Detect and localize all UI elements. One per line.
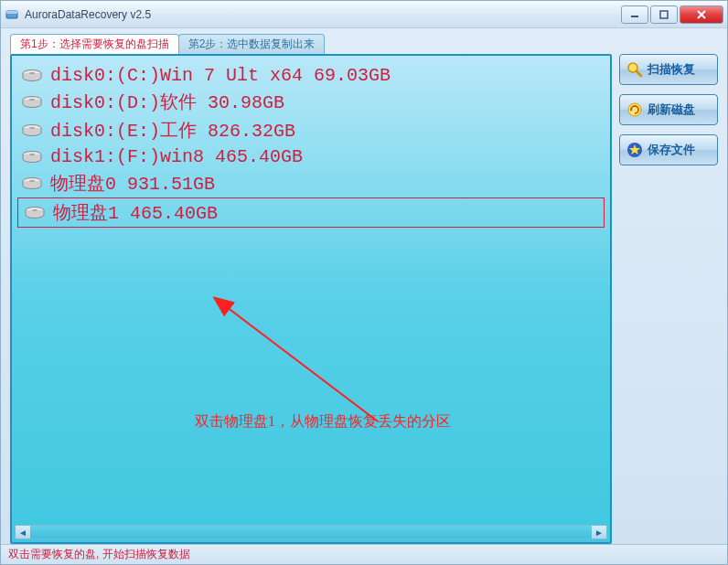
tab-step2[interactable]: 第2步：选中数据复制出来 xyxy=(178,34,326,54)
save-file-button[interactable]: 保存文件 xyxy=(619,134,718,165)
annotation-text: 双击物理盘1，从物理盘恢复丢失的分区 xyxy=(195,412,451,432)
svg-point-9 xyxy=(29,99,35,101)
svg-line-21 xyxy=(637,71,641,76)
window-controls xyxy=(621,5,723,24)
scroll-track[interactable] xyxy=(30,526,592,538)
disk-label: disk0:(C:)Win 7 Ult x64 69.03GB xyxy=(50,65,391,86)
disk-row[interactable]: disk0:(C:)Win 7 Ult x64 69.03GB xyxy=(16,63,606,88)
svg-point-15 xyxy=(29,180,35,182)
disk-label: disk0:(E:)工作 826.32GB xyxy=(50,118,295,143)
svg-point-11 xyxy=(29,127,35,129)
disk-row[interactable]: disk0:(D:)软件 30.98GB xyxy=(16,88,606,116)
tab-label: 第1步：选择需要恢复的盘扫描 xyxy=(20,37,169,52)
disk-panel: disk0:(C:)Win 7 Ult x64 69.03GBdisk0:(D:… xyxy=(10,54,612,544)
minimize-button[interactable] xyxy=(621,5,648,24)
button-label: 刷新磁盘 xyxy=(648,101,695,118)
action-buttons: 扫描恢复 刷新磁盘 xyxy=(619,34,718,544)
disk-icon xyxy=(21,149,43,165)
titlebar[interactable]: AuroraDataRecovery v2.5 xyxy=(1,1,727,28)
button-label: 扫描恢复 xyxy=(648,61,695,78)
scan-recover-button[interactable]: 扫描恢复 xyxy=(619,54,718,85)
svg-rect-3 xyxy=(660,11,668,18)
disk-icon xyxy=(24,205,46,221)
disk-row[interactable]: 物理盘1 465.40GB xyxy=(17,197,605,228)
close-button[interactable] xyxy=(680,5,723,24)
disk-row[interactable]: 物理盘0 931.51GB xyxy=(16,169,606,197)
horizontal-scrollbar[interactable]: ◄ ► xyxy=(15,525,607,539)
disk-icon xyxy=(21,176,43,192)
svg-point-13 xyxy=(29,154,35,155)
svg-point-17 xyxy=(32,209,37,211)
disk-label: disk0:(D:)软件 30.98GB xyxy=(50,90,284,114)
disk-icon xyxy=(21,123,43,139)
scroll-right-button[interactable]: ► xyxy=(592,526,606,538)
disk-label: disk1:(F:)win8 465.40GB xyxy=(50,146,303,167)
svg-point-7 xyxy=(29,72,35,74)
refresh-icon xyxy=(626,101,644,119)
status-text: 双击需要恢复的盘, 开始扫描恢复数据 xyxy=(8,547,190,562)
disk-row[interactable]: disk1:(F:)win8 465.40GB xyxy=(16,144,606,169)
svg-line-19 xyxy=(227,307,378,421)
app-icon xyxy=(5,7,19,22)
svg-rect-1 xyxy=(6,11,17,14)
disk-label: 物理盘0 931.51GB xyxy=(50,171,215,196)
refresh-disk-button[interactable]: 刷新磁盘 xyxy=(619,94,718,125)
scroll-left-button[interactable]: ◄ xyxy=(16,526,30,538)
disk-label: 物理盘1 465.40GB xyxy=(53,200,218,225)
disk-list: disk0:(C:)Win 7 Ult x64 69.03GBdisk0:(D:… xyxy=(12,56,610,228)
disk-row[interactable]: disk0:(E:)工作 826.32GB xyxy=(16,116,606,144)
button-label: 保存文件 xyxy=(648,142,695,158)
window-title: AuroraDataRecovery v2.5 xyxy=(25,8,621,21)
disk-icon xyxy=(21,68,43,84)
status-bar: 双击需要恢复的盘, 开始扫描恢复数据 xyxy=(1,544,727,564)
app-window: AuroraDataRecovery v2.5 第1步：选择需要恢复的盘扫描 第… xyxy=(0,0,728,565)
disk-icon xyxy=(21,94,43,111)
save-star-icon xyxy=(626,141,644,159)
step-tabs: 第1步：选择需要恢复的盘扫描 第2步：选中数据复制出来 xyxy=(10,34,612,54)
tab-step1[interactable]: 第1步：选择需要恢复的盘扫描 xyxy=(10,34,179,54)
magnifier-icon xyxy=(626,60,644,79)
content-area: 第1步：选择需要恢复的盘扫描 第2步：选中数据复制出来 disk0:(C:)Wi… xyxy=(1,28,727,544)
tab-label: 第2步：选中数据复制出来 xyxy=(188,37,316,52)
maximize-button[interactable] xyxy=(650,5,678,24)
main-panel-area: 第1步：选择需要恢复的盘扫描 第2步：选中数据复制出来 disk0:(C:)Wi… xyxy=(10,34,612,544)
